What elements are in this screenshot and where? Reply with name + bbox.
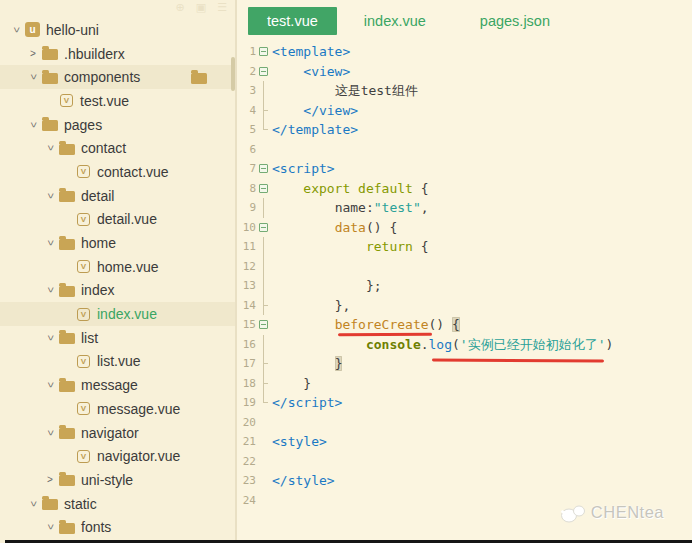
fold-region bbox=[259, 315, 272, 335]
folder-trailing-icon bbox=[191, 73, 207, 84]
code-line-4[interactable]: 4 </view> bbox=[237, 101, 692, 121]
code-editor[interactable]: 1<template>2 <view>3 这是test组件4 </view>5<… bbox=[237, 42, 692, 510]
tree-item-hello-uni[interactable]: >uhello-uni bbox=[0, 18, 235, 42]
tree-item-index[interactable]: >index bbox=[0, 279, 235, 303]
tree-item-contact.vue[interactable]: >Vcontact.vue bbox=[0, 160, 235, 184]
tree-item-index.vue[interactable]: >Vindex.vue bbox=[0, 302, 235, 326]
code-line-19[interactable]: 19</script> bbox=[237, 393, 692, 413]
code-line-2[interactable]: 2 <view> bbox=[237, 62, 692, 82]
tree-item-uni-style[interactable]: >uni-style bbox=[0, 468, 235, 492]
tree-item-navigator[interactable]: >navigator bbox=[0, 421, 235, 445]
tree-item-detail.vue[interactable]: >Vdetail.vue bbox=[0, 208, 235, 232]
chevron-down-icon[interactable]: > bbox=[45, 425, 55, 441]
fold-toggle-icon[interactable] bbox=[259, 47, 268, 56]
chevron-right-icon[interactable]: > bbox=[25, 49, 41, 59]
code-line-8[interactable]: 8 export default { bbox=[237, 179, 692, 199]
chevron-down-icon[interactable]: > bbox=[45, 282, 55, 298]
tab-index.vue[interactable]: index.vue bbox=[337, 7, 453, 35]
fold-toggle-icon[interactable] bbox=[259, 320, 268, 329]
code-line-16[interactable]: 16 console.log('实例已经开始初始化了') bbox=[237, 335, 692, 355]
tree-item-label: detail.vue bbox=[97, 211, 157, 227]
code-line-18[interactable]: 18 } bbox=[237, 374, 692, 394]
sidebar-toolbar: ⊕▣☰ bbox=[176, 1, 228, 14]
chevron-down-icon[interactable]: > bbox=[45, 377, 55, 393]
chevron-down-icon[interactable]: > bbox=[45, 330, 55, 346]
fold-toggle-icon[interactable] bbox=[259, 184, 268, 193]
code-line-text: <template> bbox=[272, 42, 350, 62]
code-token: }; bbox=[272, 278, 382, 293]
code-line-10[interactable]: 10 data() { bbox=[237, 218, 692, 238]
tree-item-pages[interactable]: >pages bbox=[0, 113, 235, 137]
tree-item-label: index.vue bbox=[97, 306, 157, 322]
code-line-22[interactable]: 22 bbox=[237, 452, 692, 472]
chevron-down-icon[interactable]: > bbox=[45, 140, 55, 156]
tree-item-home[interactable]: >home bbox=[0, 231, 235, 255]
tab-pages.json[interactable]: pages.json bbox=[453, 7, 577, 35]
tree-item-navigator.vue[interactable]: >Vnavigator.vue bbox=[0, 444, 235, 468]
code-line-9[interactable]: 9 name:"test", bbox=[237, 198, 692, 218]
code-line-5[interactable]: 5</template> bbox=[237, 120, 692, 140]
menu-icon[interactable]: ☰ bbox=[217, 1, 227, 14]
tree-item-contact[interactable]: >contact bbox=[0, 136, 235, 160]
line-number: 20 bbox=[237, 413, 259, 433]
code-line-20[interactable]: 20 bbox=[237, 413, 692, 433]
sidebar-scrollbar-thumb[interactable] bbox=[231, 57, 235, 91]
chevron-down-icon[interactable]: > bbox=[28, 69, 38, 85]
tree-item-detail[interactable]: >detail bbox=[0, 184, 235, 208]
code-line-7[interactable]: 7<script> bbox=[237, 159, 692, 179]
line-number: 11 bbox=[237, 237, 259, 257]
code-line-12[interactable]: 12 bbox=[237, 257, 692, 277]
code-line-13[interactable]: 13 }; bbox=[237, 276, 692, 296]
chevron-down-icon[interactable]: > bbox=[28, 496, 38, 512]
fold-toggle-icon[interactable] bbox=[259, 164, 268, 173]
tree-item-message.vue[interactable]: >Vmessage.vue bbox=[0, 397, 235, 421]
tree-item-components[interactable]: >components bbox=[0, 65, 235, 89]
code-token: log bbox=[429, 337, 452, 352]
code-line-15[interactable]: 15 beforeCreate() { bbox=[237, 315, 692, 335]
teapot-icon bbox=[559, 502, 586, 523]
chevron-down-icon[interactable]: > bbox=[28, 117, 38, 133]
code-line-6[interactable]: 6 bbox=[237, 140, 692, 160]
code-token: } bbox=[335, 356, 343, 371]
folder-icon bbox=[59, 239, 75, 250]
code-line-1[interactable]: 1<template> bbox=[237, 42, 692, 62]
tree-item-label: home.vue bbox=[97, 259, 158, 275]
code-token: <view> bbox=[303, 64, 350, 79]
fold-toggle-icon[interactable] bbox=[259, 67, 268, 76]
code-line-text: <script> bbox=[272, 159, 335, 179]
chevron-right-icon[interactable]: > bbox=[42, 475, 58, 485]
code-line-11[interactable]: 11 return { bbox=[237, 237, 692, 257]
code-token: return bbox=[366, 239, 413, 254]
tree-item-fonts[interactable]: >fonts bbox=[0, 515, 235, 539]
tree-item-list.vue[interactable]: >Vlist.vue bbox=[0, 350, 235, 374]
code-line-21[interactable]: 21<style> bbox=[237, 432, 692, 452]
code-line-text: console.log('实例已经开始初始化了') bbox=[272, 335, 613, 355]
tree-item-.hbuilderx[interactable]: >.hbuilderx bbox=[0, 42, 235, 66]
tree-item-static[interactable]: >static bbox=[0, 492, 235, 516]
code-line-text: </template> bbox=[272, 120, 358, 140]
chevron-down-icon[interactable]: > bbox=[45, 235, 55, 251]
fold-guide bbox=[259, 120, 272, 140]
tree-item-message[interactable]: >message bbox=[0, 373, 235, 397]
code-line-3[interactable]: 3 这是test组件 bbox=[237, 81, 692, 101]
chevron-down-icon[interactable]: > bbox=[45, 519, 55, 535]
tree-item-test.vue[interactable]: >Vtest.vue bbox=[0, 89, 235, 113]
tree-item-home.vue[interactable]: >Vhome.vue bbox=[0, 255, 235, 279]
line-number: 9 bbox=[237, 198, 259, 218]
collapse-folders-icon[interactable]: ▣ bbox=[196, 1, 206, 14]
code-line-text: }, bbox=[272, 296, 350, 316]
chevron-down-icon[interactable]: > bbox=[11, 22, 21, 38]
fold-toggle-icon[interactable] bbox=[259, 223, 268, 232]
code-token bbox=[272, 181, 303, 196]
code-line-17[interactable]: 17 } bbox=[237, 354, 692, 374]
tree-item-label: components bbox=[64, 69, 140, 85]
chevron-down-icon[interactable]: > bbox=[45, 188, 55, 204]
code-line-23[interactable]: 23</style> bbox=[237, 471, 692, 491]
code-line-14[interactable]: 14 }, bbox=[237, 296, 692, 316]
code-token: { bbox=[452, 317, 460, 332]
tab-test.vue[interactable]: test.vue bbox=[248, 7, 337, 35]
project-icon: u bbox=[25, 22, 40, 37]
locate-file-icon[interactable]: ⊕ bbox=[176, 1, 185, 14]
code-line-text: <view> bbox=[272, 62, 350, 82]
tree-item-list[interactable]: >list bbox=[0, 326, 235, 350]
